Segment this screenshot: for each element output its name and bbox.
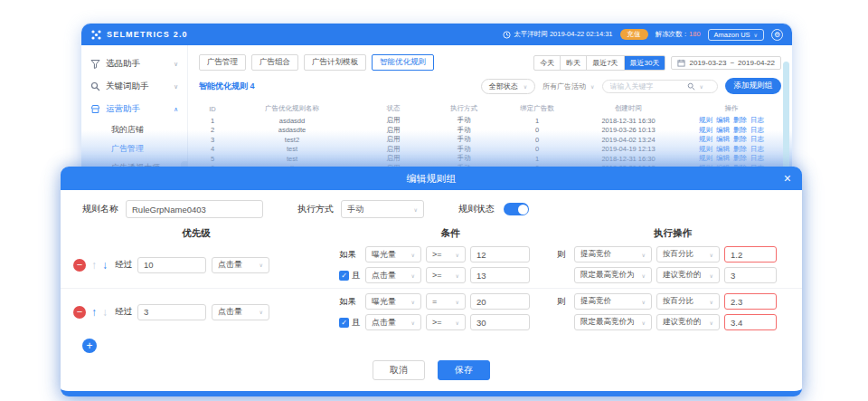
delete-link[interactable]: 删除 (733, 154, 747, 163)
remove-rule-button[interactable]: − (73, 259, 86, 272)
table-row: 3test2启用手动02019-04-02 13:24 规则编辑删除日志 (199, 135, 781, 145)
chevron-down-icon[interactable]: ∨ (700, 83, 703, 90)
chevron-down-icon: ∨ (456, 299, 459, 305)
condition-field-select[interactable]: 点击量∨ (365, 267, 421, 283)
chevron-down-icon: ∨ (710, 272, 713, 279)
action-type-select[interactable]: 提高竞价∨ (574, 293, 652, 310)
close-icon[interactable]: × (784, 167, 791, 190)
rule-link[interactable]: 规则 (699, 116, 712, 125)
delete-link[interactable]: 删除 (733, 116, 747, 125)
condition-operator-select[interactable]: >=∨ (426, 246, 466, 263)
action-value-input[interactable] (724, 314, 777, 330)
sidebar-item-product-assistant[interactable]: 选品助手 ∨ (81, 53, 187, 75)
log-link[interactable]: 日志 (750, 116, 764, 125)
condition-field-select[interactable]: 点击量∨ (365, 314, 421, 330)
move-up-icon[interactable]: ↑ (91, 259, 97, 272)
recharge-badge[interactable]: 充值 (620, 29, 648, 40)
chevron-down-icon: ∨ (456, 272, 459, 279)
search-icon[interactable] (687, 82, 695, 91)
action-mode-select[interactable]: 按百分比∨ (656, 246, 720, 263)
tab-ad-plan-template[interactable]: 广告计划模板 (304, 54, 366, 71)
marketplace-select[interactable]: Amazon US ∨ (708, 29, 764, 41)
and-checkbox[interactable]: ✓ (339, 271, 349, 281)
status-filter-select[interactable]: 全部状态 ∨ (481, 79, 535, 94)
search-input[interactable] (610, 82, 683, 91)
date-last7[interactable]: 最近7天 (587, 56, 624, 70)
delete-link[interactable]: 删除 (733, 126, 747, 135)
after-metric-select[interactable]: 点击量 ∨ (212, 304, 269, 320)
after-metric-select[interactable]: 点击量 ∨ (212, 257, 269, 273)
after-value-input[interactable] (137, 304, 206, 320)
condition-operator-select[interactable]: >=∨ (426, 314, 466, 330)
cancel-button[interactable]: 取消 (373, 360, 425, 380)
action-type-select[interactable]: 限定最高竞价为∨ (574, 314, 652, 330)
and-checkbox[interactable]: ✓ (339, 318, 349, 328)
rule-link[interactable]: 规则 (699, 126, 712, 135)
action-mode-select[interactable]: 按百分比∨ (656, 293, 720, 310)
chevron-down-icon: ∨ (456, 252, 459, 258)
rule-link[interactable]: 规则 (699, 135, 712, 144)
delete-link[interactable]: 删除 (733, 135, 747, 144)
edit-link[interactable]: 编辑 (716, 126, 730, 135)
date-range-picker[interactable]: 2019-03-23 ~ 2019-04-22 (671, 56, 781, 70)
log-link[interactable]: 日志 (750, 154, 764, 163)
action-type-select[interactable]: 提高竞价∨ (574, 246, 652, 263)
rule-name-input[interactable] (126, 200, 263, 218)
action-mode-select[interactable]: 建议竞价的∨ (656, 267, 720, 283)
remove-rule-button[interactable]: − (73, 306, 86, 319)
sidebar-item-keyword-assistant[interactable]: 关键词助手 ∨ (81, 75, 187, 98)
add-rule-button[interactable]: + (82, 339, 97, 353)
tab-ad-portfolio[interactable]: 广告组合 (251, 54, 298, 71)
edit-link[interactable]: 编辑 (716, 154, 730, 163)
condition-operator-select[interactable]: >=∨ (426, 267, 466, 283)
action-mode-select[interactable]: 建议竞价的∨ (656, 314, 720, 330)
condition-value-input[interactable] (470, 293, 530, 310)
rule-status-toggle[interactable] (504, 203, 529, 215)
chevron-down-icon: ∨ (754, 32, 758, 38)
add-rule-group-button[interactable]: 添加规则组 (725, 78, 782, 94)
condition-field-select[interactable]: 曝光量∨ (365, 293, 421, 310)
condition-value-input[interactable] (470, 246, 530, 263)
date-last30[interactable]: 最近30天 (625, 56, 665, 70)
date-today[interactable]: 今天 (534, 56, 561, 70)
condition-operator-select[interactable]: =∨ (426, 293, 466, 310)
edit-link[interactable]: 编辑 (716, 145, 730, 154)
date-yesterday[interactable]: 昨天 (561, 56, 587, 70)
save-button[interactable]: 保存 (438, 360, 490, 380)
condition-value-input[interactable] (470, 314, 530, 330)
settings-button[interactable]: ⚙ (771, 29, 783, 41)
exec-mode-select[interactable]: 手动 ∨ (341, 200, 424, 218)
clock-icon (503, 31, 511, 39)
action-value-input[interactable] (724, 267, 777, 283)
window-header: SELMETRICS 2.0 太平洋时间 2019-04-22 02:14:31… (81, 24, 792, 45)
log-link[interactable]: 日志 (750, 145, 764, 154)
chevron-down-icon: ∨ (642, 299, 646, 305)
tab-smart-optimization-rules[interactable]: 智能优化规则 (372, 54, 434, 71)
edit-link[interactable]: 编辑 (716, 135, 730, 144)
search-icon (90, 81, 100, 91)
tab-ad-management[interactable]: 广告管理 (199, 54, 246, 71)
move-down-icon[interactable]: ↓ (102, 259, 108, 272)
rule-link[interactable]: 规则 (699, 154, 712, 163)
after-value-input[interactable] (137, 257, 206, 273)
move-up-icon[interactable]: ↑ (91, 306, 97, 319)
log-link[interactable]: 日志 (750, 135, 764, 144)
sidebar-item-my-store[interactable]: 我的店铺 (81, 120, 187, 139)
campaign-filter-select[interactable]: 所有广告活动 ∨ (542, 81, 594, 91)
chevron-down-icon: ∨ (642, 252, 646, 258)
condition-value-input[interactable] (470, 267, 530, 283)
delete-link[interactable]: 删除 (733, 145, 747, 154)
edit-link[interactable]: 编辑 (716, 116, 730, 125)
move-down-icon[interactable]: ↓ (102, 306, 108, 319)
condition-field-select[interactable]: 曝光量∨ (365, 246, 421, 263)
action-type-select[interactable]: 限定最高竞价为∨ (574, 267, 652, 283)
table-header-row: ID 广告优化规则名称 状态 执行方式 绑定广告数 创建时间 操作 (199, 101, 781, 116)
logo-icon (90, 29, 102, 41)
log-link[interactable]: 日志 (750, 126, 764, 135)
action-value-input[interactable] (724, 246, 777, 263)
action-value-input[interactable] (724, 293, 777, 310)
sidebar-item-operations-assistant[interactable]: 运营助手 ∧ (81, 98, 187, 120)
sidebar-item-ad-management[interactable]: 广告管理 (81, 139, 187, 158)
action-column-label: 执行操作 (569, 227, 777, 240)
rule-link[interactable]: 规则 (699, 145, 712, 154)
